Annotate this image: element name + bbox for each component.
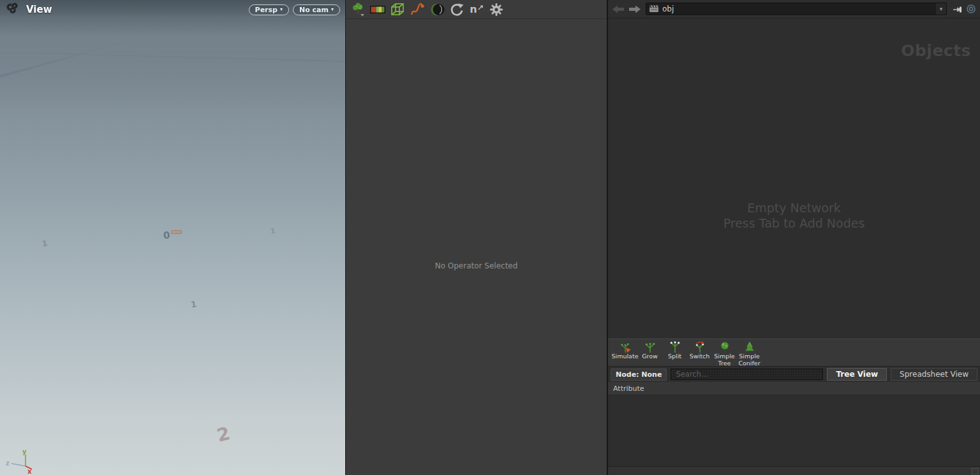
network-path-text: obj (662, 4, 935, 13)
shelf-tool-simulate[interactable]: Simulate (612, 340, 637, 365)
shelf-tool-label: Simulate (612, 353, 639, 360)
axis-z-label: z (6, 460, 10, 467)
network-context-watermark: Objects (901, 41, 971, 60)
shelf-tool-simple-tree[interactable]: Simple Tree (712, 340, 737, 365)
parameters-pane: n (346, 0, 607, 475)
spreadsheet-view-button[interactable]: Spreadsheet View (891, 368, 977, 381)
axis-y-label: y (22, 448, 27, 455)
network-path-bar: obj ▾ (608, 0, 980, 18)
chevron-down-icon: ▾ (331, 7, 334, 12)
shelf-tool-label: Simple Tree (712, 353, 737, 367)
shelf-tool-label: Simple Conifer (737, 353, 762, 367)
viewport-cam-controls: Persp ▾ No cam ▾ (249, 4, 340, 15)
axis-x-label: x (27, 468, 32, 474)
search-input[interactable] (671, 369, 823, 380)
grid-label: 1 (270, 227, 276, 236)
tree-menu-icon[interactable] (350, 1, 366, 18)
shelf-tool-simple-conifer[interactable]: Simple Conifer (737, 340, 762, 365)
current-node-badge: Node: None (611, 369, 667, 381)
axis-gizmo: y z x (3, 446, 38, 474)
link-follow-icon[interactable] (965, 3, 977, 15)
curve-icon[interactable] (409, 1, 426, 18)
chevron-down-icon: ▾ (280, 7, 283, 12)
viewport-header: View Persp ▾ No cam ▾ (0, 0, 345, 19)
bottom-scroll-strip (608, 466, 980, 475)
network-editor-pane: obj ▾ Objects (608, 0, 980, 475)
objects-network-icon (649, 3, 659, 15)
recook-icon[interactable] (449, 1, 465, 18)
tree-view-button[interactable]: Tree View (827, 368, 887, 381)
wireframe-box-icon[interactable] (389, 1, 406, 18)
tree-view-controls: Node: None Tree View Spreadsheet View (608, 367, 980, 382)
shelf-tool-label: Split (668, 353, 681, 360)
gear-icon[interactable] (488, 1, 505, 18)
perspective-menu-button[interactable]: Persp ▾ (249, 4, 289, 15)
empty-network-message: Empty Network Press Tab to Add Nodes (608, 200, 980, 231)
shelf-tool-switch[interactable]: Switch (687, 340, 712, 365)
shelf-tool-split[interactable]: Split (662, 340, 687, 365)
path-dropdown-button[interactable]: ▾ (935, 3, 946, 15)
viewport-title: View (26, 4, 52, 15)
parameters-body: No Operator Selected (346, 19, 607, 475)
network-canvas[interactable]: Objects Empty Network Press Tab to Add N… (608, 18, 980, 339)
no-operator-message: No Operator Selected (346, 261, 607, 270)
grid-label: 1 (190, 299, 197, 309)
scene-viewport[interactable]: 0 1 1 2 1 View Persp ▾ (0, 0, 346, 475)
attribute-column-header: Attribute (608, 382, 980, 395)
back-arrow-icon[interactable] (611, 4, 625, 14)
origin-marker (171, 230, 182, 234)
pin-icon[interactable] (952, 3, 963, 15)
shelf-tool-label: Grow (642, 353, 658, 360)
tree-view-content (608, 395, 980, 466)
shelf-tool-grow[interactable]: Grow (637, 340, 662, 365)
app-window: 0 1 1 2 1 View Persp ▾ (0, 0, 980, 475)
parameters-toolbar: n (346, 0, 607, 19)
pane-view-icon[interactable] (5, 1, 20, 18)
forward-arrow-icon[interactable] (627, 4, 641, 14)
node-reference-icon[interactable]: n (468, 1, 485, 18)
shelf-toolbar: Simulate Grow Split (608, 339, 980, 367)
network-path-field[interactable]: obj ▾ (646, 3, 947, 15)
shelf-tool-label: Switch (690, 353, 709, 360)
camera-menu-button[interactable]: No cam ▾ (293, 4, 340, 15)
chevron-down-icon: ▾ (940, 6, 943, 12)
moon-shade-icon[interactable] (429, 1, 445, 18)
scrollbar-corner (971, 468, 979, 474)
color-ramp-icon[interactable] (369, 1, 386, 18)
